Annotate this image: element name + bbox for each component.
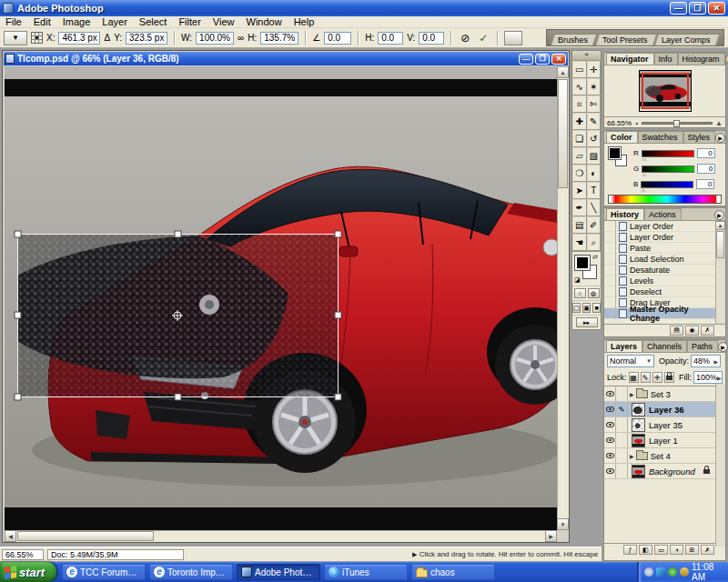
tab-histogram[interactable]: Histogram (678, 53, 725, 65)
slider-knob[interactable] (673, 120, 680, 127)
cancel-transform-button[interactable]: ⊘ (458, 31, 472, 45)
tab-brushes[interactable]: Brushes (551, 34, 597, 45)
tab-channels[interactable]: Channels (642, 340, 687, 352)
delete-layer-button[interactable]: ✗ (701, 545, 714, 555)
history-source-box[interactable] (604, 297, 616, 308)
new-document-from-state-button[interactable]: ▤ (670, 326, 683, 336)
layer-thumbnail[interactable] (632, 403, 645, 416)
tool-type[interactable]: T (587, 182, 602, 199)
tool-move[interactable]: ✛ (587, 61, 602, 78)
slider-marker[interactable] (641, 187, 646, 192)
lock-position-button[interactable]: ✛ (652, 372, 662, 383)
tool-path-selection[interactable]: ➤ (572, 182, 587, 199)
doc-minimize-button[interactable]: — (519, 54, 533, 65)
relative-position-icon[interactable]: Δ (104, 33, 110, 43)
transform-handle[interactable] (175, 231, 181, 237)
layer-name[interactable]: Layer 35 (649, 420, 682, 430)
visibility-toggle[interactable] (604, 464, 616, 478)
reference-point-locator[interactable] (31, 32, 43, 44)
add-layer-mask-button[interactable]: ◧ (639, 545, 652, 555)
navigator-zoom-slider[interactable] (642, 122, 713, 125)
expand-triangle-icon[interactable]: ▶ (630, 391, 634, 397)
default-colors-icon[interactable]: ◪ (574, 276, 582, 284)
tab-layer-comps[interactable]: Layer Comps (654, 34, 720, 45)
document-size-field[interactable]: Doc: 5.49M/35.9M (47, 549, 184, 560)
menu-help[interactable]: Help (294, 16, 315, 27)
tool-blur[interactable]: ❍ (572, 165, 587, 182)
layer-row-set4[interactable]: ▶ Set 4 (604, 448, 715, 464)
fullscreen-button[interactable]: ■ (592, 303, 601, 313)
layer-row-layer35[interactable]: Layer 35 (604, 417, 715, 433)
tool-notes[interactable]: ▤ (572, 216, 587, 234)
x-position-field[interactable]: 461.3 px (58, 32, 100, 45)
expand-triangle-icon[interactable]: ▶ (630, 453, 634, 459)
tool-lasso[interactable]: ∿ (572, 78, 587, 95)
transform-handle[interactable] (15, 231, 21, 237)
history-state[interactable]: Layer Order (604, 232, 715, 243)
maximize-button[interactable]: ❐ (689, 2, 706, 15)
tab-layers[interactable]: Layers (606, 340, 642, 352)
history-state[interactable]: Deselect (604, 286, 715, 297)
tool-preset-picker[interactable]: ▼ (4, 31, 27, 45)
document-canvas[interactable] (5, 66, 557, 530)
height-field[interactable]: 135.7% (260, 32, 298, 45)
tab-swatches[interactable]: Swatches (638, 131, 683, 143)
history-scroll-thumb[interactable] (716, 231, 724, 258)
tray-volume-icon[interactable] (680, 567, 689, 577)
layer-row-layer1[interactable]: Layer 1 (604, 433, 715, 448)
vskew-field[interactable]: 0.0 (419, 32, 444, 45)
tray-display-icon[interactable] (656, 567, 665, 577)
transform-handle[interactable] (335, 394, 341, 400)
zoom-out-icon[interactable]: ▲ (634, 120, 639, 125)
menu-filter[interactable]: Filter (178, 16, 200, 27)
link-column[interactable] (616, 464, 628, 478)
zoom-in-icon[interactable]: ▲ (715, 119, 723, 127)
toolbox-grip[interactable]: ❝ (572, 51, 601, 61)
menu-layer[interactable]: Layer (102, 16, 127, 27)
link-column[interactable] (616, 433, 628, 447)
horizontal-scrollbar[interactable]: ◀ ▶ (5, 530, 557, 542)
color-spectrum-ramp[interactable] (608, 195, 722, 204)
taskbar-item-photoshop[interactable]: Adobe Photoshop (237, 564, 320, 580)
taskbar-item-chaos-folder[interactable]: chaos (411, 564, 495, 580)
history-source-box[interactable] (604, 221, 616, 232)
visibility-toggle[interactable] (604, 386, 616, 401)
tool-line-shape[interactable]: ╲ (587, 199, 602, 216)
layer-row-layer36-selected[interactable]: ✎ Layer 36 (604, 402, 715, 417)
fill-field[interactable]: 100%▶ (693, 371, 723, 384)
menu-image[interactable]: Image (63, 16, 91, 27)
tool-slice[interactable]: ✄ (587, 95, 602, 113)
link-column[interactable] (616, 448, 628, 463)
layer-name[interactable]: Layer 36 (649, 405, 684, 415)
slider-marker[interactable] (642, 156, 647, 161)
clock[interactable]: 11:08 AM (692, 562, 723, 582)
tool-hand[interactable]: ☚ (572, 234, 587, 251)
transform-handle[interactable] (335, 312, 341, 318)
scroll-right-icon[interactable]: ▶ (545, 530, 557, 542)
navigator-zoom-value[interactable]: 66.55% (607, 119, 632, 127)
scroll-left-icon[interactable]: ◀ (5, 530, 16, 542)
tab-color[interactable]: Color (606, 131, 638, 143)
layer-row-set3[interactable]: ▶ Set 3 (604, 386, 715, 402)
tab-paths[interactable]: Paths (687, 340, 718, 352)
tool-magic-wand[interactable]: ✶ (587, 78, 602, 95)
transform-handle[interactable] (175, 394, 181, 400)
doc-maximize-button[interactable]: ❐ (535, 54, 550, 65)
link-dimensions-icon[interactable]: ∞ (238, 33, 244, 43)
swap-colors-icon[interactable]: ⇄ (592, 254, 598, 261)
tool-rectangular-marquee[interactable]: ▭ (572, 61, 587, 78)
history-state[interactable]: Levels (604, 276, 715, 286)
layer-thumbnail[interactable] (632, 418, 645, 432)
standard-mode-button[interactable]: ○ (574, 288, 586, 298)
tray-safely-remove-icon[interactable] (644, 567, 653, 577)
palette-menu-icon[interactable]: ▶ (714, 210, 724, 220)
tool-pen[interactable]: ✒ (572, 199, 587, 216)
taskbar-item-tcc-forums[interactable]: e TCC Forums - TCC St... (62, 564, 146, 580)
history-source-box[interactable] (604, 286, 616, 297)
history-source-box[interactable] (604, 254, 616, 265)
layer-name[interactable]: Background (649, 467, 695, 477)
layer-name[interactable]: Layer 1 (649, 436, 678, 446)
doc-close-button[interactable]: ✕ (551, 54, 566, 65)
navigator-view-box[interactable] (642, 73, 689, 109)
tool-crop[interactable]: ⌗ (572, 95, 587, 113)
